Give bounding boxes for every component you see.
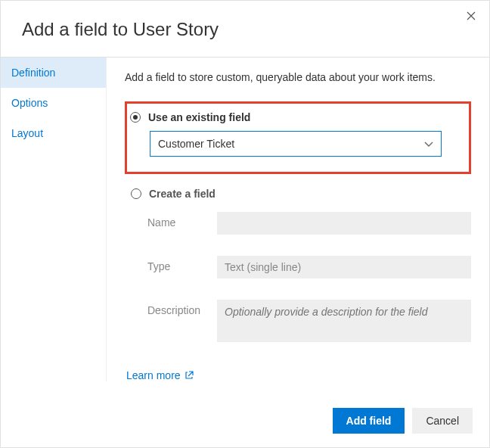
radio-create-label: Create a field xyxy=(149,188,216,200)
cancel-button[interactable]: Cancel xyxy=(412,408,473,434)
external-link-icon xyxy=(185,371,194,381)
learn-more-link[interactable]: Learn more xyxy=(126,369,194,381)
description-label: Description xyxy=(147,300,217,316)
learn-more-label: Learn more xyxy=(126,369,181,381)
dialog-footer: Add field Cancel xyxy=(333,408,473,434)
type-label: Type xyxy=(147,256,217,272)
description-input xyxy=(217,300,471,342)
sidebar-tabs: Definition Options Layout xyxy=(1,58,107,381)
type-row: Type Text (single line) xyxy=(147,256,471,278)
add-field-dialog: Add a field to User Story Definition Opt… xyxy=(0,0,490,448)
radio-use-existing-row: Use an existing field xyxy=(127,111,457,123)
radio-create-field[interactable] xyxy=(131,188,141,199)
panel-description: Add a field to store custom, queryable d… xyxy=(125,71,471,83)
existing-field-value: Customer Ticket xyxy=(158,138,234,150)
existing-field-section: Use an existing field Customer Ticket xyxy=(125,101,471,174)
main-panel: Add a field to store custom, queryable d… xyxy=(107,58,489,381)
name-label: Name xyxy=(147,212,217,229)
description-row: Description xyxy=(147,300,471,342)
name-row: Name xyxy=(147,212,471,235)
name-input xyxy=(217,212,471,235)
existing-field-dropdown[interactable]: Customer Ticket xyxy=(150,131,442,157)
tab-definition[interactable]: Definition xyxy=(1,58,106,88)
radio-use-existing[interactable] xyxy=(130,112,141,123)
close-icon xyxy=(467,11,476,20)
radio-create-row: Create a field xyxy=(128,188,471,200)
tab-layout[interactable]: Layout xyxy=(1,118,106,148)
type-select: Text (single line) xyxy=(217,256,471,278)
chevron-down-icon xyxy=(424,138,433,150)
dialog-body: Definition Options Layout Add a field to… xyxy=(1,57,489,381)
radio-use-existing-label: Use an existing field xyxy=(148,111,250,123)
add-field-button[interactable]: Add field xyxy=(333,408,405,434)
close-button[interactable] xyxy=(462,7,480,25)
tab-options[interactable]: Options xyxy=(1,88,106,118)
dialog-title: Add a field to User Story xyxy=(1,1,489,57)
